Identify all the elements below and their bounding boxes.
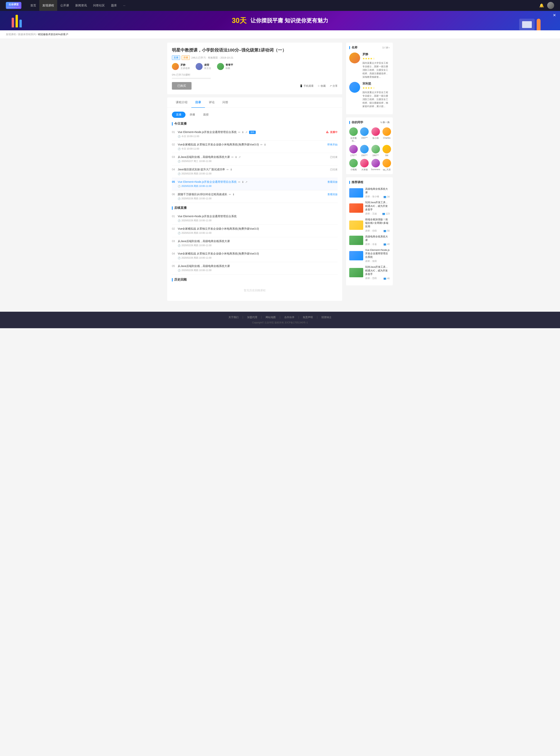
- nav-discover[interactable]: 发现课程: [39, 0, 57, 11]
- lesson-num: 01: [172, 131, 178, 134]
- rec-course-item[interactable]: 前端全栈加强版！前端全栈+全周期+多端应用 讲师：岱田👥 56: [349, 218, 390, 233]
- bought-button[interactable]: 已购买: [172, 82, 192, 89]
- mobile-watch-link[interactable]: 📱 手机观看: [300, 84, 314, 88]
- lesson-num: 01: [172, 215, 178, 218]
- download-icon[interactable]: ⬇: [232, 193, 235, 196]
- classmate-avatar[interactable]: [382, 145, 391, 154]
- collect-link[interactable]: ☆ 收藏: [318, 84, 326, 88]
- download-icon[interactable]: ⬇: [230, 168, 232, 171]
- classmate-avatar[interactable]: [382, 127, 391, 136]
- lesson-time: 🕐 今日 10:00-11:00: [178, 147, 323, 151]
- lesson-action-live[interactable]: 直播中: [322, 131, 338, 134]
- action-links: 📱 手机观看 ☆ 收藏 ↗ 分享: [300, 84, 338, 88]
- rec-course-item[interactable]: 高级电商全线系统大课 讲师：张小锋👥 34: [349, 187, 390, 198]
- user-avatar[interactable]: [547, 2, 554, 9]
- share-link[interactable]: ↗ 分享: [329, 84, 338, 88]
- classmate-item: 1567**: [360, 127, 369, 142]
- footer-sitemap[interactable]: 网站地图: [266, 316, 276, 319]
- download-icon[interactable]: ⬇: [235, 156, 237, 159]
- nav-news[interactable]: 新闻资讯: [72, 0, 90, 11]
- classmate-name: qq_天涯: [383, 168, 391, 171]
- classmate-avatar[interactable]: [349, 159, 358, 167]
- logo[interactable]: 云朵课堂 yunduoketang.com: [6, 2, 21, 9]
- teacher-stars-2: ★★★★☆: [362, 86, 390, 89]
- share-icon-sm[interactable]: ↗: [245, 131, 247, 134]
- switch-classmates-button[interactable]: ↻ 换一换: [380, 121, 390, 124]
- subtab-replay[interactable]: 录播: [185, 112, 199, 118]
- teacher-nav[interactable]: 1 / 10 ›: [382, 46, 390, 49]
- tab-intro[interactable]: 课程介绍: [172, 97, 191, 108]
- footer-about[interactable]: 关于我们: [228, 316, 239, 319]
- lesson-item: 01 Vue Element+Node.js开发企业通用管理后台系统 ✏ ⬇ ↗…: [172, 128, 338, 141]
- classmate-avatar[interactable]: [372, 127, 380, 136]
- nav-open[interactable]: 公开课: [57, 0, 72, 11]
- edit-icon[interactable]: ✏: [260, 143, 263, 146]
- footer-recruit[interactable]: 招资纳士: [321, 316, 332, 319]
- lesson-time: 🕐 2020/02/26 周四 10:00-11:00: [178, 232, 338, 235]
- teacher-card-1: 罗静 ★★★★☆ 国内某重点大学安全工程专业硕士，国家一级注册消防工程师、注册安…: [349, 53, 390, 79]
- classmate-avatar[interactable]: [382, 159, 391, 167]
- breadcrumb-series[interactable]: 新媒体营销系列: [18, 33, 36, 36]
- lesson-action-ended: 已结束: [326, 168, 338, 171]
- lesson-title: 从Java后端到全栈，高级电商全栈系统大课: [178, 240, 338, 243]
- teacher-desc-1: 国内某重点大学安全工程专业硕士，国家一级注册消防工程师、注册安全工程师、高级注册…: [362, 61, 390, 79]
- rec-course-item[interactable]: Vue Element+Node.js开发企业通用管理后台系统 讲师：张田: [349, 248, 390, 263]
- content-right: 名师 1 / 10 › 罗静 ★★★★☆ 国内某重点大学安全工程专业硕士，国家一…: [346, 43, 393, 304]
- share-icon-sm[interactable]: ↗: [245, 180, 247, 183]
- tab-qa[interactable]: 问答: [219, 97, 232, 108]
- classmate-avatar[interactable]: [372, 159, 380, 167]
- lesson-title: Vue全家桶实战 从零独立开发企业级小米电商系统(免费升级Vue3.0) ✏ ⬇: [178, 143, 323, 146]
- classmate-item: Bill: [382, 145, 391, 157]
- footer-agent[interactable]: 加盟代理: [247, 316, 257, 319]
- notification-icon[interactable]: 🔔: [539, 3, 544, 8]
- download-icon[interactable]: ⬇: [242, 131, 244, 134]
- lesson-action-replay[interactable]: 查看回放: [323, 180, 338, 184]
- upcoming-live-title: 后续直播: [172, 206, 338, 210]
- classmates-title: 你的同学 ↻ 换一换: [349, 121, 390, 124]
- nav-qa[interactable]: 问答社区: [90, 0, 108, 11]
- download-icon[interactable]: ⬇: [264, 143, 266, 146]
- action-bar: 已购买 📱 手机观看 ☆ 收藏 ↗ 分享: [172, 82, 338, 89]
- breadcrumb-discover[interactable]: 发现课程: [6, 33, 16, 36]
- edit-icon[interactable]: ✏: [238, 131, 241, 134]
- tab-catalog[interactable]: 目录: [191, 97, 205, 108]
- logo-box: 云朵课堂 yunduoketang.com: [6, 2, 21, 9]
- lesson-icons: ✏ ⬇: [226, 168, 232, 171]
- edit-icon[interactable]: ✏: [238, 180, 241, 183]
- classmate-avatar[interactable]: [372, 145, 380, 154]
- footer-disclaimer[interactable]: 免责声明: [303, 316, 313, 319]
- teacher-card-name-1: 罗静: [362, 53, 390, 56]
- footer-partner[interactable]: 合作伙伴: [284, 316, 294, 319]
- nav-home[interactable]: 首页: [27, 0, 39, 11]
- classmate-avatar[interactable]: [360, 127, 369, 136]
- rec-course-item[interactable]: 玩转Java开发工具，精通JUC，成为开发多面手 讲师：王姐👥 123: [349, 201, 390, 216]
- classmate-avatar[interactable]: [360, 145, 369, 154]
- classmate-avatar[interactable]: [360, 159, 369, 167]
- classmate-item: 张小田: [371, 127, 380, 142]
- promo-banner: 30天 让你摆脱平庸 知识使你更有魅力 ✕: [0, 11, 560, 30]
- lesson-action-soon[interactable]: 即将开始: [323, 143, 338, 146]
- edit-icon[interactable]: ✏: [232, 156, 234, 159]
- lesson-info: Vue全家桶实战 从零独立开发企业级小米电商系统(免费升级Vue3.0) 🕐 2…: [178, 227, 338, 235]
- share-icon-sm[interactable]: ↗: [238, 156, 241, 159]
- rec-course-item[interactable]: 高级电商全线系统大课 讲师：冷崟👥 40: [349, 235, 390, 246]
- tab-review[interactable]: 评论: [205, 97, 219, 108]
- classmate-avatar[interactable]: [349, 145, 358, 154]
- edit-icon[interactable]: ✏: [229, 193, 231, 196]
- classmate-avatar[interactable]: [349, 127, 358, 136]
- classmate-name: 1767**: [350, 154, 357, 157]
- nav-library[interactable]: 题库: [108, 0, 120, 11]
- lesson-info: 从Java后端到全栈，高级电商全栈系统大课 ✏ ⬇ ↗ 🕐 2020/02/27…: [178, 155, 326, 163]
- banner-close-button[interactable]: ✕: [553, 13, 556, 18]
- teacher-avatar-1: [172, 63, 179, 70]
- rec-course-item[interactable]: 玩转Java开发工具，精通JUC，成为开发多面手 讲师：岱田👥 46: [349, 265, 390, 280]
- lesson-action-replay[interactable]: 查看回放: [323, 193, 338, 196]
- subtab-live[interactable]: 直播: [172, 112, 185, 118]
- edit-icon[interactable]: ✏: [226, 168, 229, 171]
- lesson-item: 04 Vue全家桶实战 从零独立开发企业级小米电商系统(免费升级Vue3.0) …: [172, 250, 338, 262]
- download-icon[interactable]: ⬇: [242, 180, 244, 183]
- subtab-offline[interactable]: 面授: [199, 112, 213, 118]
- rec-title-left: 推荐课程: [349, 180, 363, 184]
- rec-title-1: 高级电商全线系统大课: [365, 187, 390, 194]
- nav-more[interactable]: ···: [120, 0, 128, 11]
